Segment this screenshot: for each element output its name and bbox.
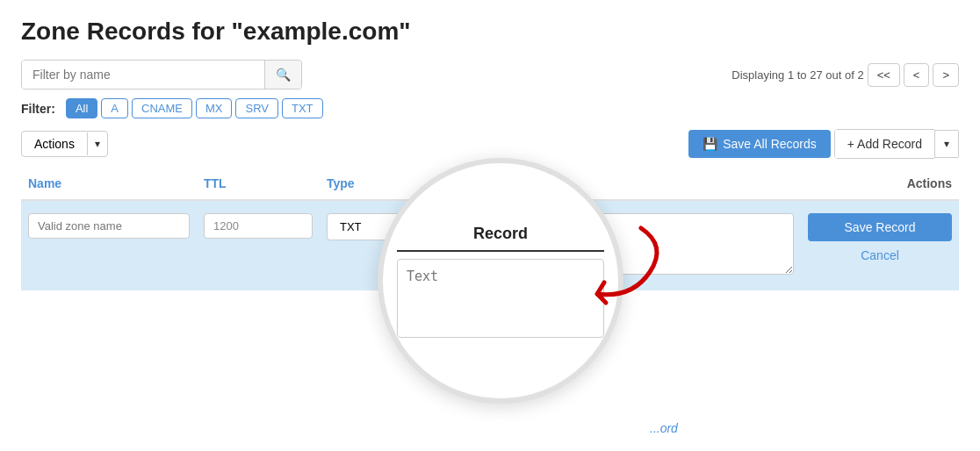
partial-row-text: ...ord [650, 421, 678, 435]
actions-dropdown[interactable]: Actions ▾ [21, 131, 108, 157]
circle-record-label: Record [397, 225, 604, 252]
filter-mx[interactable]: MX [196, 98, 233, 118]
circle-text-area[interactable] [397, 259, 604, 338]
prev-page-button[interactable]: < [904, 63, 930, 87]
name-cell [21, 210, 197, 242]
action-bar: Actions ▾ 💾 Save All Records + Add Recor… [21, 129, 959, 159]
search-input[interactable] [22, 61, 264, 89]
pagination: Displaying 1 to 27 out of 2 << < > [731, 63, 959, 87]
add-record-group: + Add Record ▾ [834, 129, 959, 159]
row-actions-cell: Save Record Cancel [801, 210, 959, 266]
actions-caret-icon[interactable]: ▾ [87, 132, 107, 155]
save-all-label: Save All Records [723, 137, 817, 151]
filter-label: Filter: [21, 102, 55, 116]
first-page-button[interactable]: << [868, 63, 900, 87]
add-record-caret-button[interactable]: ▾ [934, 130, 959, 158]
search-group: 🔍 [21, 60, 302, 89]
page-title: Zone Records for "example.com" [21, 18, 959, 46]
filter-bar: Filter: All A CNAME MX SRV TXT [21, 98, 959, 118]
save-all-button[interactable]: 💾 Save All Records [688, 130, 831, 158]
name-input[interactable] [28, 213, 190, 239]
actions-button[interactable]: Actions [22, 132, 87, 156]
circle-overlay: Record [378, 158, 623, 404]
save-record-button[interactable]: Save Record [808, 213, 952, 241]
right-buttons: 💾 Save All Records + Add Record ▾ [688, 129, 959, 159]
display-info: Displaying 1 to 27 out of 2 [731, 68, 863, 82]
search-icon: 🔍 [276, 68, 291, 82]
ttl-cell [197, 210, 320, 242]
col-ttl: TTL [197, 173, 320, 194]
col-name: Name [21, 173, 197, 194]
add-record-button[interactable]: + Add Record [834, 129, 934, 159]
filter-a[interactable]: A [101, 98, 128, 118]
ttl-input[interactable] [204, 213, 313, 239]
filter-cname[interactable]: CNAME [132, 98, 192, 118]
search-button[interactable]: 🔍 [264, 61, 301, 89]
top-bar: 🔍 Displaying 1 to 27 out of 2 << < > [21, 60, 959, 89]
filter-txt[interactable]: TXT [282, 98, 323, 118]
cancel-button[interactable]: Cancel [808, 248, 952, 262]
filter-group: Filter: All A CNAME MX SRV TXT [21, 98, 323, 118]
next-page-button[interactable]: > [933, 63, 959, 87]
save-icon: 💾 [703, 137, 717, 151]
filter-srv[interactable]: SRV [235, 98, 278, 118]
circle-inner: Record [383, 211, 618, 352]
filter-all[interactable]: All [66, 98, 97, 118]
col-actions: Actions [801, 173, 959, 194]
